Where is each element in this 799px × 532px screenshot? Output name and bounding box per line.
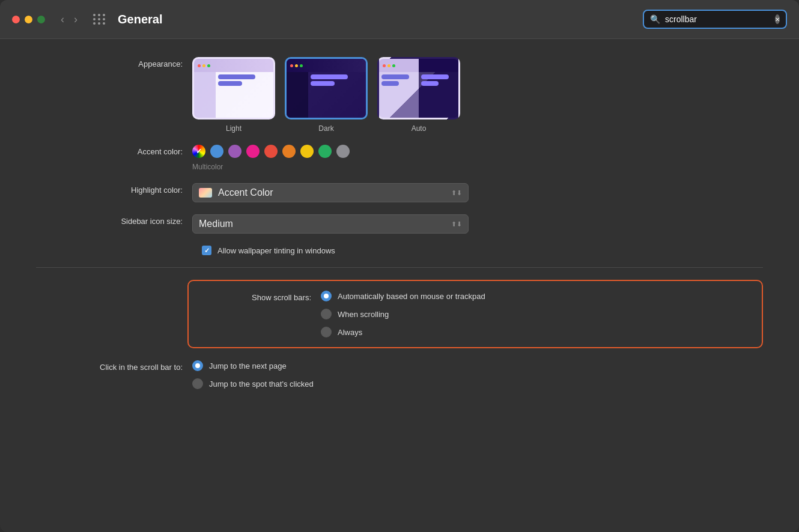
dark-label: Dark [318, 124, 333, 133]
grid-dot [98, 22, 100, 25]
search-icon: 🔍 [650, 14, 660, 24]
accent-graphite[interactable] [336, 145, 350, 158]
show-scroll-bars-section: Show scroll bars: Automatically based on… [187, 280, 763, 348]
scroll-auto-radio[interactable] [321, 291, 332, 301]
thumb-dot-yellow [387, 64, 390, 67]
accent-color-label: Accent color: [36, 145, 192, 156]
click-spot-label: Jump to the spot that's clicked [209, 379, 314, 388]
wallpaper-tinting-label: Allow wallpaper tinting in windows [217, 246, 335, 255]
click-scroll-bar-row: Click in the scroll bar to: Jump to the … [36, 360, 763, 389]
maximize-button[interactable] [37, 16, 45, 23]
sidebar-icon-size-label: Sidebar icon size: [36, 214, 192, 226]
accent-color-control: Multicolor [192, 145, 763, 171]
thumb-bar [311, 74, 348, 79]
accent-orange[interactable] [282, 145, 296, 158]
highlight-color-row: Highlight color: Accent Color ⬆⬇ [36, 183, 763, 202]
highlight-color-value: Accent Color [218, 187, 273, 198]
auto-label: Auto [412, 124, 427, 133]
thumb-dot-green [300, 64, 303, 67]
thumb-dot-red [290, 64, 293, 67]
wallpaper-tinting-checkbox[interactable]: ✓ [202, 246, 211, 255]
sidebar-icon-size-dropdown[interactable]: Medium ⬆⬇ [192, 214, 469, 234]
thumb-dot-green [392, 64, 395, 67]
scroll-scrolling-label: When scrolling [338, 310, 389, 319]
thumb-dot-green [207, 64, 210, 67]
accent-selected-label: Multicolor [192, 163, 763, 171]
appearance-auto-option[interactable]: Auto [377, 57, 460, 133]
scroll-scrolling-row: When scrolling [321, 309, 485, 319]
show-scroll-bars-row: Show scroll bars: Automatically based on… [36, 280, 763, 348]
search-input[interactable] [665, 14, 770, 24]
accent-purple[interactable] [228, 145, 242, 158]
click-scroll-radio-group: Jump to the next page Jump to the spot t… [192, 360, 763, 389]
content-area: Appearance: [0, 39, 799, 532]
grid-dot [93, 22, 96, 25]
thumb-dot-yellow [202, 64, 205, 67]
forward-button[interactable]: › [70, 12, 81, 27]
show-scroll-bars-label: Show scroll bars: [201, 291, 321, 302]
accent-red[interactable] [264, 145, 278, 158]
search-clear-button[interactable]: ✕ [775, 14, 780, 24]
close-button[interactable] [12, 16, 20, 23]
scroll-auto-label: Automatically based on mouse or trackpad [338, 292, 485, 301]
scroll-always-row: Always [321, 327, 485, 337]
grid-dot [103, 22, 105, 25]
traffic-lights [12, 16, 45, 23]
page-title: General [118, 13, 636, 26]
back-button[interactable]: ‹ [57, 12, 68, 27]
minimize-button[interactable] [25, 16, 32, 23]
thumb-dot-yellow [295, 64, 298, 67]
search-box: 🔍 ✕ [643, 10, 787, 29]
highlight-color-label: Highlight color: [36, 183, 192, 195]
click-scroll-bar-label: Click in the scroll bar to: [36, 360, 192, 372]
click-spot-radio[interactable] [192, 378, 203, 389]
sidebar-icon-size-control: Medium ⬆⬇ [192, 214, 763, 234]
grid-dot [98, 14, 100, 16]
scroll-auto-row: Automatically based on mouse or trackpad [321, 291, 485, 301]
thumb-dot-red [198, 64, 201, 67]
sidebar-icon-size-value: Medium [199, 219, 233, 229]
appearance-dark-option[interactable]: Dark [285, 57, 368, 133]
nav-buttons: ‹ › [57, 12, 81, 27]
thumb-bar-short [218, 81, 242, 86]
grid-dot [93, 14, 96, 16]
grid-dot [103, 14, 105, 16]
accent-yellow[interactable] [300, 145, 314, 158]
dark-thumbnail [285, 57, 368, 119]
scroll-always-label: Always [338, 328, 362, 337]
chevron-updown-icon: ⬆⬇ [451, 189, 462, 197]
appearance-row: Appearance: [36, 57, 763, 133]
dropdown-left: Accent Color [199, 187, 273, 198]
accent-color-row: Accent color: Multicolor [36, 145, 763, 171]
wallpaper-tinting-row: ✓ Allow wallpaper tinting in windows [36, 246, 763, 255]
appearance-control: Light [192, 57, 763, 133]
thumb-dot-red [383, 64, 386, 67]
accent-blue[interactable] [210, 145, 223, 158]
click-next-page-row: Jump to the next page [192, 360, 763, 371]
highlight-color-dropdown[interactable]: Accent Color ⬆⬇ [192, 183, 469, 202]
thumb-bar-short [311, 81, 335, 86]
sidebar-icon-size-row: Sidebar icon size: Medium ⬆⬇ [36, 214, 763, 234]
click-next-page-radio[interactable] [192, 360, 203, 371]
thumb-bar [218, 74, 255, 79]
click-spot-row: Jump to the spot that's clicked [192, 378, 763, 389]
scroll-scrolling-radio[interactable] [321, 309, 332, 319]
highlight-color-control: Accent Color ⬆⬇ [192, 183, 763, 202]
thumb-sidebar [194, 72, 216, 118]
appearance-options: Light [192, 57, 763, 133]
grid-dot [98, 18, 100, 20]
click-next-page-label: Jump to the next page [209, 361, 287, 370]
dropdown-left: Medium [199, 219, 233, 229]
grid-dot [93, 18, 96, 20]
accent-pink[interactable] [246, 145, 260, 158]
accent-colors [192, 145, 763, 158]
accent-multicolor[interactable] [192, 145, 205, 158]
highlight-swatch [199, 188, 212, 198]
appearance-light-option[interactable]: Light [192, 57, 275, 133]
appearance-label: Appearance: [36, 57, 192, 68]
light-label: Light [226, 124, 242, 133]
accent-green[interactable] [318, 145, 332, 158]
scroll-always-radio[interactable] [321, 327, 332, 337]
grid-icon[interactable] [91, 11, 108, 27]
main-window: ‹ › General 🔍 ✕ [0, 0, 799, 532]
